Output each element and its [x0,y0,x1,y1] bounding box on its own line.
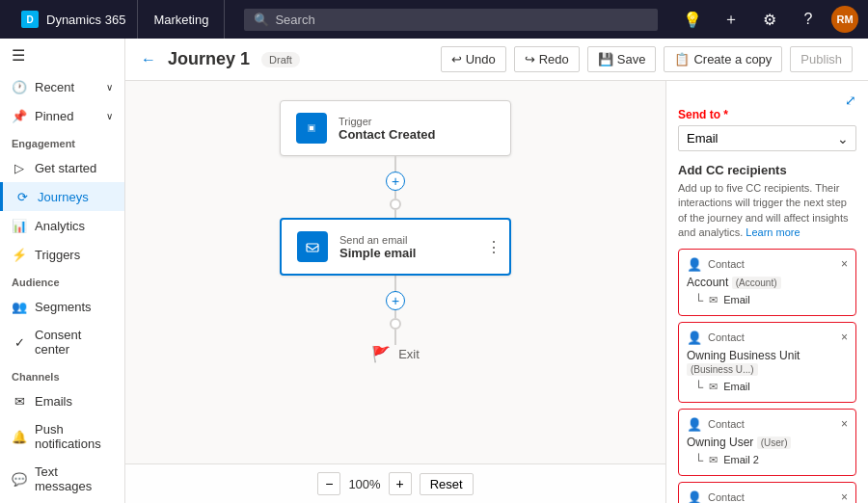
module-label: Marketing [138,0,225,39]
header-actions: ↩ Undo ↪ Redo 💾 Save 📋 Create a copy Pub… [441,46,853,72]
segments-icon: 👥 [12,299,27,314]
add-icon[interactable]: ＋ [716,4,746,35]
learn-more-link[interactable]: Learn more [746,226,800,238]
send-to-select[interactable]: Email [678,125,856,151]
cc-card-1-badge: (Account) [732,277,781,289]
line-6 [394,330,396,345]
redo-button[interactable]: ↪ Redo [514,46,580,72]
status-badge: Draft [261,52,300,67]
copy-icon: 📋 [674,52,690,66]
sidebar-item-recent[interactable]: 🕐 Recent ∨ [0,72,124,101]
cc-recipient-3: 👤 Contact × Owning User (User) └ ✉ Email… [678,409,856,476]
sidebar-item-consent-center[interactable]: ✓ Consent center [0,321,124,363]
cc-card-2-type: Contact [708,331,835,343]
cc-card-2-header: 👤 Contact × [687,331,848,345]
cc-card-4-header: 👤 Contact × [687,490,848,503]
cc-card-1-sub: └ ✉ Email [687,293,848,307]
sidebar-item-pinned[interactable]: 📌 Pinned ∨ [0,101,124,130]
cc-recipient-2: 👤 Contact × Owning Business Unit (Busine… [678,322,856,403]
cc-card-3-badge: (User) [757,437,792,449]
required-marker: * [723,108,728,121]
line-5 [394,310,396,318]
sidebar-item-journeys-label: Journeys [38,190,89,204]
node-more-button[interactable]: ⋮ [486,238,502,256]
brand-text: Dynamics 365 [46,13,125,27]
line-4 [394,276,396,291]
trigger-label: Trigger [339,116,435,127]
search-bar[interactable]: 🔍 [244,9,658,31]
sidebar-item-segments[interactable]: 👥 Segments [0,292,124,321]
cc-description: Add up to five CC recipients. Their inte… [678,181,856,241]
undo-button[interactable]: ↩ Undo [441,46,506,72]
sidebar-item-emails[interactable]: ✉ Emails [0,386,124,415]
push-icon: 🔔 [12,429,27,444]
cc-card-2-sub: └ ✉ Email [687,380,848,394]
sidebar-item-analytics[interactable]: 📊 Analytics [0,211,124,240]
cc-card-3-field: Owning User (User) [687,436,848,449]
cc-card-1-remove[interactable]: × [841,257,848,271]
help-icon[interactable]: ? [793,4,824,35]
email-sub-icon-1: ✉ [709,294,718,306]
send-to-section: Send to * Email [678,108,856,151]
settings-icon[interactable]: ⚙ [754,4,785,35]
connector-2: + [386,276,405,345]
email-sub-icon-3: ✉ [709,454,718,466]
zoom-in-button[interactable]: + [389,472,412,495]
zoom-out-button[interactable]: − [317,472,340,495]
sidebar-item-recent-label: Recent [35,80,74,94]
play-icon: ▷ [12,160,27,175]
sidebar-item-get-started[interactable]: ▷ Get started [0,153,124,182]
line-3 [394,210,396,218]
connector-circle-1 [390,199,401,210]
canvas-area: Trigger Contact Created + [125,81,868,503]
cc-card-3-sub: └ ✉ Email 2 [687,453,848,467]
publish-button[interactable]: Publish [790,46,853,72]
main-layout: ☰ 🕐 Recent ∨ 📌 Pinned ∨ Engagement ▷ Get… [0,39,868,503]
expand-panel-button[interactable]: ⤢ [845,93,856,108]
topbar: D Dynamics 365 Marketing 🔍 💡 ＋ ⚙ ? RM [0,0,868,39]
trigger-title: Contact Created [339,127,435,142]
exit-icon: 🚩 [371,345,391,363]
sidebar-item-push-notifications[interactable]: 🔔 Push notifications [0,415,124,458]
action-node-content: Send an email Simple email [339,234,416,260]
cc-card-2-badge: (Business U...) [687,363,758,376]
connector-circle-2 [390,318,401,330]
sidebar-item-analytics-label: Analytics [35,219,85,233]
user-avatar[interactable]: RM [831,6,858,33]
line-2 [394,191,396,199]
cc-card-2-remove[interactable]: × [841,331,848,344]
save-icon: 💾 [598,52,613,66]
sidebar-item-triggers[interactable]: ⚡ Triggers [0,240,124,269]
cc-card-3-type: Contact [708,418,835,430]
cc-card-4-type: Contact [708,491,835,503]
cc-card-3-header: 👤 Contact × [687,417,848,432]
action-node[interactable]: Send an email Simple email ⋮ [280,218,511,276]
copy-button[interactable]: 📋 Create a copy [664,46,782,72]
reset-button[interactable]: Reset [420,473,474,495]
tree-icon-1: └ [694,293,703,307]
cc-section: Add CC recipients Add up to five CC reci… [678,163,856,503]
email-sub-icon-2: ✉ [709,381,718,393]
page-title: Journey 1 [168,49,250,69]
canvas[interactable]: Trigger Contact Created + [125,81,665,503]
send-to-label: Send to * [678,108,856,121]
cc-card-3-remove[interactable]: × [841,417,848,431]
lightbulb-icon[interactable]: 💡 [677,4,708,35]
save-button[interactable]: 💾 Save [587,46,657,72]
sidebar-item-text-label: Text messages [35,464,113,493]
sidebar-item-journeys[interactable]: ⟳ Journeys [0,182,124,211]
trigger-node[interactable]: Trigger Contact Created [280,100,511,156]
cc-card-2-field: Owning Business Unit (Business U...) [687,349,848,376]
sidebar-item-text-messages[interactable]: 💬 Text messages [0,458,124,500]
person-icon-3: 👤 [687,417,702,432]
search-icon: 🔍 [254,13,269,27]
sidebar-item-push-label: Push notifications [35,422,113,451]
sidebar-item-pinned-label: Pinned [35,109,73,123]
hamburger-menu[interactable]: ☰ [0,39,124,72]
add-step-button-2[interactable]: + [386,291,405,310]
back-button[interactable]: ← [141,51,156,68]
add-step-button-1[interactable]: + [386,172,405,191]
search-input[interactable] [275,13,648,27]
cc-card-4-remove[interactable]: × [841,490,848,503]
line-1 [394,156,396,172]
